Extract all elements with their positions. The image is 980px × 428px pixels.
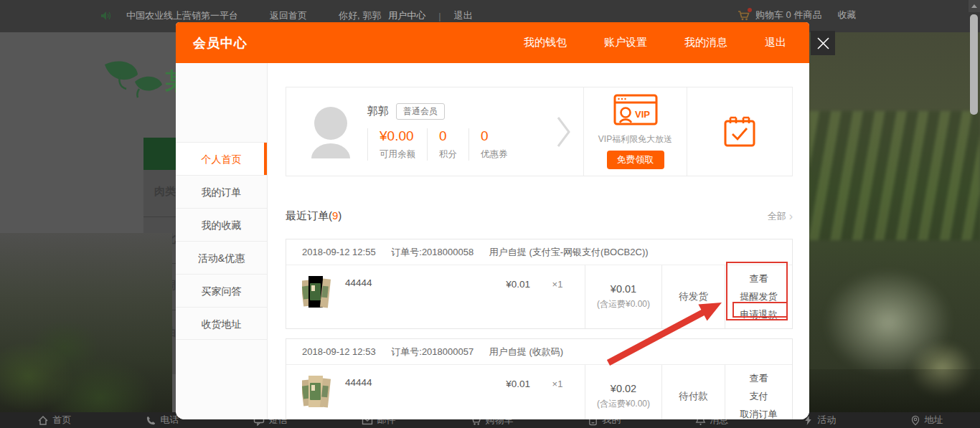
nav-account-settings[interactable]: 账户设置 <box>604 36 647 49</box>
order-status: 待发货 <box>661 265 725 328</box>
stat-points: 0 积分 <box>427 128 468 161</box>
vip-caption: VIP福利限免大放送 <box>598 133 672 146</box>
order-actions: 查看 支付 取消订单 <box>725 365 792 419</box>
user-greeting: 你好, 郭郭 <box>339 9 381 22</box>
nav-my-wallet[interactable]: 我的钱包 <box>524 36 567 49</box>
action-view[interactable]: 查看 <box>750 372 768 385</box>
sidebar-item-activities[interactable]: 活动&优惠 <box>176 241 267 274</box>
bottom-nav-home[interactable]: 首页 <box>37 414 72 427</box>
sidebar-item-personal-home[interactable]: 个人首页 <box>176 142 267 175</box>
order-header: 2018-09-12 12:55 订单号:2018000058 用户自提 (支付… <box>286 239 792 265</box>
chevron-right-icon: › <box>789 210 793 223</box>
product-quantity: ×1 <box>530 273 585 328</box>
order-shipping-fee: (含运费¥0.00) <box>597 298 650 310</box>
site-slogan: 中国农业线上营销第一平台 <box>126 9 238 22</box>
vip-icon: VIP <box>613 94 658 128</box>
svg-text:VIP: VIP <box>635 109 650 120</box>
order-total-cell: ¥0.02 (含运费¥0.00) <box>585 365 661 419</box>
nav-logout[interactable]: 退出 <box>765 36 786 49</box>
order-delivery-method: 用户自提 (收款码) <box>489 346 563 357</box>
product-quantity: ×1 <box>530 373 585 419</box>
sidebar-item-shipping-address[interactable]: 收货地址 <box>176 307 267 340</box>
product-price: ¥0.01 <box>479 373 530 419</box>
order-datetime: 2018-09-12 12:53 <box>302 346 376 357</box>
vip-claim-button[interactable]: 免费领取 <box>607 151 664 169</box>
stat-coupons: 0 优惠券 <box>468 128 519 161</box>
order-card-2018000057: 2018-09-12 12:53 订单号:2018000057 用户自提 (收款… <box>286 338 793 419</box>
scrollbar-up-arrow[interactable] <box>969 0 980 12</box>
favorites-link[interactable]: 收藏 <box>837 9 856 22</box>
member-center-modal: 会员中心 我的钱包 账户设置 我的消息 退出 个人首页 我的订单 我的收藏 活动… <box>176 22 809 419</box>
modal-main: 郭郭 普通会员 ¥0.00 可用余额 0 积分 <box>268 63 809 419</box>
home-icon <box>37 415 49 426</box>
bottom-nav-phone[interactable]: 电话 <box>146 414 179 427</box>
action-cancel-order[interactable]: 取消订单 <box>740 408 778 419</box>
modal-title: 会员中心 <box>176 34 248 52</box>
speaker-icon <box>100 11 112 21</box>
order-datetime: 2018-09-12 12:55 <box>302 247 376 257</box>
vip-promo-section: VIP VIP福利限免大放送 免费领取 <box>584 87 687 176</box>
tea-leaves-photo <box>0 233 172 412</box>
product-price: ¥0.01 <box>479 273 530 328</box>
avatar <box>310 105 352 158</box>
checkin-section[interactable] <box>687 87 792 176</box>
tea-field-rows <box>809 111 980 240</box>
member-level-badge: 普通会员 <box>396 103 445 120</box>
nav-my-messages[interactable]: 我的消息 <box>684 36 727 49</box>
back-home-link[interactable]: 返回首页 <box>270 9 307 22</box>
modal-nav: 我的钱包 账户设置 我的消息 退出 <box>524 36 809 49</box>
user-center-link[interactable]: 用户中心 <box>388 9 425 22</box>
stat-balance: ¥0.00 可用余额 <box>367 128 427 161</box>
sidebar-item-buyer-qa[interactable]: 买家问答 <box>176 274 267 307</box>
topbar-divider: | <box>438 11 440 22</box>
phone-icon <box>146 415 156 426</box>
action-remind-shipment[interactable]: 提醒发货 <box>740 290 778 303</box>
sidebar-item-my-favorites[interactable]: 我的收藏 <box>176 208 267 241</box>
recent-orders-title: 最近订单(9) <box>286 209 341 223</box>
product-name[interactable]: 44444 <box>345 373 372 419</box>
order-card-2018000058: 2018-09-12 12:55 订单号:2018000058 用户自提 (支付… <box>286 239 793 329</box>
topbar-logout-link[interactable]: 退出 <box>454 9 473 22</box>
product-name[interactable]: 44444 <box>345 273 372 328</box>
order-total: ¥0.01 <box>611 283 636 295</box>
product-thumbnail[interactable] <box>302 373 331 410</box>
order-actions: 查看 提醒发货 申请退款 <box>725 265 792 328</box>
order-total: ¥0.02 <box>611 383 636 394</box>
modal-sidebar: 个人首页 我的订单 我的收藏 活动&优惠 买家问答 收货地址 <box>176 63 268 419</box>
close-icon <box>817 37 829 49</box>
tea-field-photo <box>809 32 980 428</box>
profile-card: 郭郭 普通会员 ¥0.00 可用余额 0 积分 <box>286 87 793 176</box>
modal-close-button[interactable] <box>811 31 835 55</box>
cart-link[interactable]: 购物车 0 件商品 <box>755 9 821 22</box>
bottom-nav-address[interactable]: 地址 <box>910 414 943 427</box>
profile-chevron-right-icon[interactable] <box>556 115 572 148</box>
modal-header: 会员中心 我的钱包 账户设置 我的消息 退出 <box>176 22 809 63</box>
calendar-check-icon <box>723 115 756 148</box>
action-pay[interactable]: 支付 <box>750 390 768 403</box>
order-shipping-fee: (含运费¥0.00) <box>597 398 650 410</box>
product-thumbnail[interactable] <box>302 273 331 310</box>
order-status: 待付款 <box>661 365 725 419</box>
action-view[interactable]: 查看 <box>750 272 768 285</box>
order-header: 2018-09-12 12:53 订单号:2018000057 用户自提 (收款… <box>286 339 792 365</box>
order-delivery-method: 用户自提 (支付宝-网银支付(BOCB2C)) <box>489 247 649 257</box>
cart-badge-dot <box>748 8 752 12</box>
order-total-cell: ¥0.01 (含运费¥0.00) <box>585 265 661 328</box>
view-all-link[interactable]: 全部 › <box>768 210 793 223</box>
scrollbar-thumb[interactable] <box>970 14 978 115</box>
order-number: 订单号:2018000057 <box>391 346 473 357</box>
user-name: 郭郭 <box>367 105 389 118</box>
location-icon <box>910 415 920 426</box>
site-logo-leaves <box>99 57 168 102</box>
order-number: 订单号:2018000058 <box>391 247 473 257</box>
cart-icon[interactable] <box>738 10 750 21</box>
sidebar-item-my-orders[interactable]: 我的订单 <box>176 175 267 208</box>
action-request-refund[interactable]: 申请退款 <box>740 308 778 321</box>
